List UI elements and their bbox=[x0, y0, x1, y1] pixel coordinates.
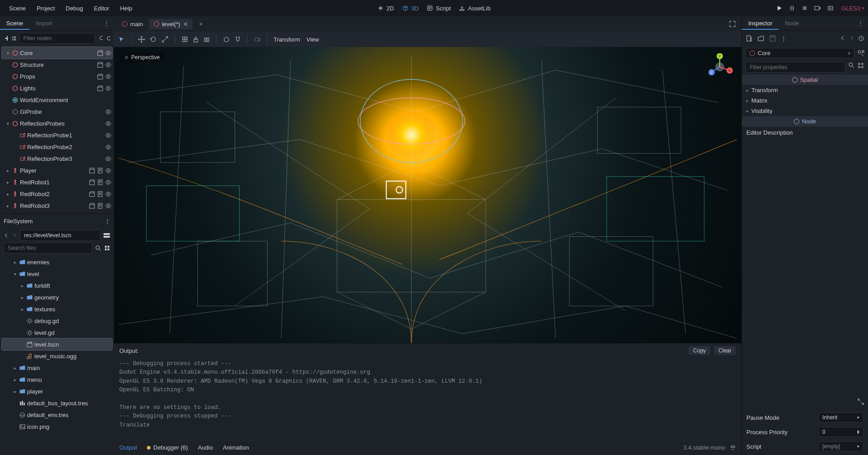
dock-menu-icon[interactable]: ⋮ bbox=[99, 18, 114, 28]
visibility-toggle-icon[interactable] bbox=[105, 144, 111, 150]
expand-toggle-icon[interactable]: ▸ bbox=[12, 389, 18, 394]
open-scene-icon[interactable] bbox=[97, 61, 103, 68]
fs-item-player[interactable]: ▸ player bbox=[2, 385, 112, 397]
3d-viewport[interactable]: ≡ Perspective bbox=[114, 47, 741, 343]
open-script-icon[interactable] bbox=[97, 179, 103, 185]
fs-item-level[interactable]: ▾ level bbox=[2, 268, 112, 280]
tab-debugger[interactable]: Debugger (6) bbox=[147, 444, 188, 451]
pause-button[interactable] bbox=[789, 5, 795, 11]
expand-toggle-icon[interactable]: ▸ bbox=[5, 180, 11, 185]
tab-animation[interactable]: Animation bbox=[223, 444, 249, 451]
object-properties-icon[interactable] bbox=[857, 50, 864, 57]
scale-tool-icon[interactable] bbox=[161, 36, 169, 43]
open-scene-icon[interactable] bbox=[89, 167, 95, 174]
output-clear-button[interactable]: Clear bbox=[714, 346, 736, 355]
view-menu[interactable]: View bbox=[307, 36, 319, 43]
scene-node-structure[interactable]: Structure bbox=[2, 59, 112, 70]
fs-item-main[interactable]: ▸ main bbox=[2, 362, 112, 374]
play-button[interactable] bbox=[776, 5, 783, 11]
open-scene-icon[interactable] bbox=[89, 202, 95, 209]
fs-item-level-gd[interactable]: level.gd bbox=[2, 327, 112, 338]
menu-help[interactable]: Help bbox=[115, 2, 138, 14]
fs-item-enemies[interactable]: ▸ enemies bbox=[2, 256, 112, 268]
play-custom-button[interactable] bbox=[828, 5, 835, 11]
filter-properties-input[interactable] bbox=[745, 62, 845, 73]
fs-item-debug-gd[interactable]: debug.gd bbox=[2, 315, 112, 327]
stop-button[interactable] bbox=[802, 5, 808, 11]
menu-editor[interactable]: Editor bbox=[89, 2, 115, 14]
mode-3d[interactable]: 3D bbox=[402, 5, 419, 12]
scene-node-reflectionprobes[interactable]: ▾ ReflectionProbes bbox=[2, 117, 112, 129]
expand-toggle-icon[interactable]: ▸ bbox=[12, 260, 18, 265]
scene-node-redrobot3[interactable]: ▸ RedRobot3 bbox=[2, 200, 112, 211]
mode-2d[interactable]: 2D bbox=[377, 5, 394, 12]
expand-toggle-icon[interactable]: ▸ bbox=[5, 168, 11, 173]
expand-toggle-icon[interactable]: ▸ bbox=[19, 283, 25, 288]
expand-toggle-icon[interactable]: ▾ bbox=[12, 272, 18, 277]
process-priority-input[interactable]: 0▴▾ bbox=[818, 427, 863, 437]
open-scene-icon[interactable] bbox=[89, 191, 95, 197]
search-icon[interactable] bbox=[99, 35, 103, 42]
close-tab-icon[interactable]: ✕ bbox=[183, 21, 188, 28]
visibility-toggle-icon[interactable] bbox=[105, 179, 111, 185]
group-icon[interactable] bbox=[203, 36, 210, 42]
rotate-tool-icon[interactable] bbox=[150, 36, 157, 43]
visibility-toggle-icon[interactable] bbox=[105, 191, 111, 197]
fs-menu-icon[interactable]: ⋮ bbox=[104, 218, 110, 225]
add-node-icon[interactable] bbox=[4, 35, 8, 42]
script-dropdown[interactable]: [empty]▾ bbox=[818, 441, 863, 451]
menu-project[interactable]: Project bbox=[31, 2, 60, 14]
local-space-icon[interactable] bbox=[223, 36, 230, 42]
section-transform[interactable]: ▸Transform bbox=[742, 85, 868, 95]
visibility-toggle-icon[interactable] bbox=[105, 120, 111, 127]
scene-node-player[interactable]: ▸ Player bbox=[2, 164, 112, 176]
expand-toggle-icon[interactable]: ▸ bbox=[5, 203, 11, 208]
snap-icon[interactable] bbox=[235, 36, 241, 42]
manage-properties-icon[interactable] bbox=[857, 62, 864, 69]
transform-menu[interactable]: Transform bbox=[274, 36, 300, 43]
history-fwd-icon[interactable] bbox=[849, 35, 854, 41]
fs-item-level-music-ogg[interactable]: level_music.ogg bbox=[2, 350, 112, 362]
scene-node-reflectionprobe2[interactable]: ReflectionProbe2 bbox=[2, 141, 112, 153]
select-tool-icon[interactable] bbox=[118, 36, 125, 42]
output-copy-button[interactable]: Copy bbox=[689, 346, 710, 355]
attach-script-icon[interactable] bbox=[106, 35, 110, 42]
instance-scene-icon[interactable] bbox=[11, 35, 15, 42]
scene-node-reflectionprobe1[interactable]: ReflectionProbe1 bbox=[2, 129, 112, 141]
open-scene-icon[interactable] bbox=[97, 73, 103, 80]
output-log[interactable]: --- Debugging process started --- Godot … bbox=[114, 358, 741, 440]
move-tool-icon[interactable] bbox=[138, 36, 145, 43]
scene-node-lights[interactable]: Lights bbox=[2, 82, 112, 94]
tab-node[interactable]: Node bbox=[778, 17, 805, 29]
fs-split-icon[interactable] bbox=[103, 232, 110, 239]
search-icon[interactable] bbox=[848, 62, 854, 68]
scene-tree[interactable]: ▾ Core Structure Props Lights WorldEnvir… bbox=[0, 46, 114, 213]
scene-tab-level[interactable]: level(*) ✕ bbox=[149, 19, 192, 29]
tab-import[interactable]: Import bbox=[29, 17, 59, 29]
tab-scene[interactable]: Scene bbox=[0, 17, 29, 29]
history-back-icon[interactable] bbox=[840, 35, 845, 41]
expand-toggle-icon[interactable]: ▾ bbox=[5, 51, 11, 56]
mode-script[interactable]: Script bbox=[427, 5, 451, 12]
dock-menu-icon[interactable]: ⋮ bbox=[853, 18, 868, 28]
open-script-icon[interactable] bbox=[97, 167, 103, 174]
lock-icon[interactable] bbox=[193, 36, 199, 42]
fs-view-icon[interactable] bbox=[104, 245, 110, 251]
fs-item-default-env-tres[interactable]: default_env.tres bbox=[2, 409, 112, 421]
visibility-toggle-icon[interactable] bbox=[105, 50, 111, 56]
mode-assetlib[interactable]: AssetLib bbox=[459, 5, 491, 12]
visibility-toggle-icon[interactable] bbox=[105, 167, 111, 174]
scene-node-props[interactable]: Props bbox=[2, 70, 112, 82]
expand-toggle-icon[interactable]: ▸ bbox=[12, 377, 18, 382]
nav-back-icon[interactable] bbox=[4, 233, 9, 238]
fs-item-textures[interactable]: ▸ textures bbox=[2, 303, 112, 315]
section-matrix[interactable]: ▸Matrix bbox=[742, 95, 868, 106]
expand-toggle-icon[interactable]: ▸ bbox=[19, 295, 25, 300]
visibility-toggle-icon[interactable] bbox=[105, 85, 111, 91]
history-menu-icon[interactable] bbox=[858, 35, 864, 42]
new-resource-icon[interactable] bbox=[745, 35, 753, 42]
open-scene-icon[interactable] bbox=[89, 179, 95, 185]
fs-item-default-bus-layout-tres[interactable]: default_bus_layout.tres bbox=[2, 397, 112, 409]
filter-nodes-input[interactable] bbox=[19, 33, 95, 44]
inspected-node-selector[interactable]: Core ▾ bbox=[745, 48, 854, 58]
